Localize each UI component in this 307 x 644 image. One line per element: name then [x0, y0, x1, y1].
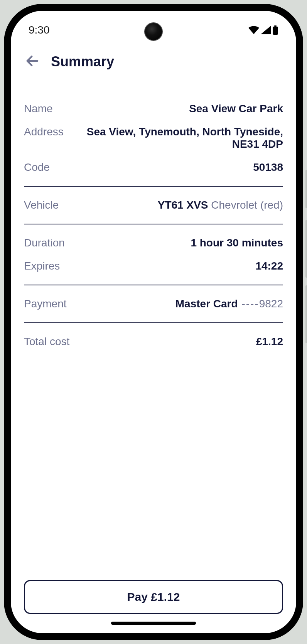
divider	[24, 285, 283, 285]
pay-button[interactable]: Pay £1.12	[24, 580, 283, 614]
svg-rect-1	[273, 27, 278, 35]
row-payment: Payment Master Card ----9822	[24, 292, 283, 315]
name-label: Name	[24, 103, 53, 115]
camera-cutout	[144, 22, 163, 41]
battery-icon	[272, 25, 278, 35]
row-name: Name Sea View Car Park	[24, 97, 283, 120]
vehicle-label: Vehicle	[24, 199, 59, 211]
total-label: Total cost	[24, 335, 69, 348]
row-duration: Duration 1 hour 30 minutes	[24, 231, 283, 255]
vehicle-plate: YT61 XVS	[158, 199, 208, 211]
address-label: Address	[24, 126, 64, 138]
payment-last4: 9822	[259, 298, 283, 310]
expires-value: 14:22	[67, 260, 283, 272]
back-button[interactable]	[24, 53, 41, 70]
card-mask: ----	[238, 298, 259, 310]
payment-value: Master Card ----9822	[74, 298, 283, 310]
signal-icon	[261, 26, 271, 34]
row-expires: Expires 14:22	[24, 255, 283, 278]
vehicle-desc: Chevrolet (red)	[208, 199, 283, 211]
row-vehicle: Vehicle YT61 XVS Chevrolet (red)	[24, 194, 283, 217]
duration-label: Duration	[24, 237, 65, 249]
status-time: 9:30	[29, 24, 50, 36]
page-header: Summary	[11, 42, 296, 82]
row-address: Address Sea View, Tynemouth, North Tynes…	[24, 120, 283, 156]
divider	[24, 186, 283, 187]
code-value: 50138	[57, 161, 283, 174]
divider	[24, 224, 283, 224]
row-code: Code 50138	[24, 156, 283, 179]
vehicle-value: YT61 XVS Chevrolet (red)	[66, 199, 283, 211]
wifi-icon	[248, 26, 259, 34]
duration-value: 1 hour 30 minutes	[73, 237, 283, 249]
total-value: £1.12	[77, 335, 283, 348]
page-title: Summary	[51, 54, 114, 70]
row-total: Total cost £1.12	[24, 330, 283, 353]
code-label: Code	[24, 161, 50, 174]
address-value: Sea View, Tynemouth, North Tyneside, NE3…	[71, 126, 283, 150]
home-indicator[interactable]	[111, 622, 196, 625]
payment-card-type: Master Card	[175, 298, 238, 310]
svg-rect-0	[274, 25, 277, 27]
payment-label: Payment	[24, 298, 67, 310]
divider	[24, 322, 283, 323]
expires-label: Expires	[24, 260, 60, 272]
name-value: Sea View Car Park	[61, 103, 283, 115]
arrow-left-icon	[25, 53, 40, 70]
pay-button-label: Pay £1.12	[127, 590, 180, 603]
